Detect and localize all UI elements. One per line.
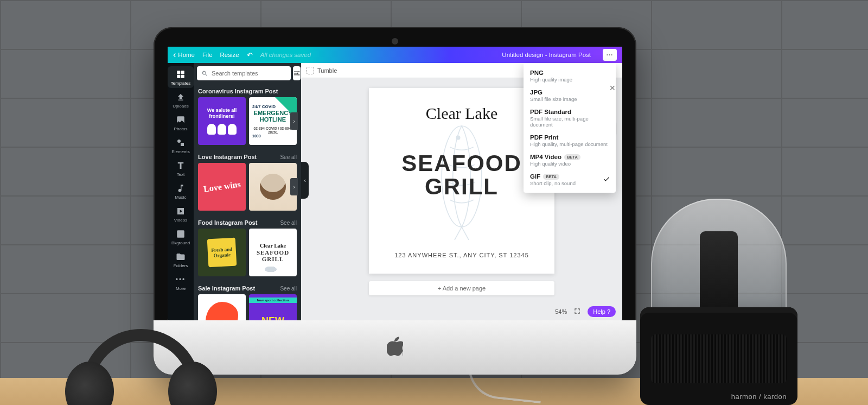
- card-text: Clear Lake: [260, 243, 286, 249]
- section-title: Food Instagram Post: [198, 219, 257, 226]
- dd-name: GIF: [530, 173, 540, 180]
- template-card[interactable]: Clear Lake SEAFOOD GRILL: [249, 229, 297, 276]
- headline-line1: SEAFOOD: [401, 152, 522, 175]
- beta-badge: BETA: [543, 174, 559, 180]
- dd-name: JPG: [530, 89, 542, 96]
- dd-desc: Small file size image: [530, 96, 609, 102]
- rail-templates[interactable]: Templates: [168, 66, 194, 88]
- document-title[interactable]: Untitled design - Instagram Post: [502, 52, 591, 58]
- see-all-link[interactable]: See all: [280, 154, 297, 160]
- template-card[interactable]: Organic: [198, 294, 246, 320]
- app-body: Templates Uploads Photos Elements Text: [168, 63, 622, 320]
- section-love: Love Instagram Post See all Love wins ›: [194, 149, 301, 215]
- see-all-link[interactable]: See all: [280, 220, 297, 226]
- monitor-frame: Home File Resize ↶ All changes saved Unt…: [154, 27, 636, 375]
- templates-scroll[interactable]: Coronavirus Instagram Post We salute all…: [194, 84, 301, 320]
- dd-desc: High quality video: [530, 161, 609, 167]
- artboard-headline[interactable]: SEAFOOD GRILL: [401, 152, 522, 199]
- dropdown-item-pdf-print[interactable]: PDF Print High quality, multi-page docum…: [524, 131, 616, 150]
- sliders-icon: [293, 69, 301, 77]
- card-text: Love wins: [203, 179, 241, 194]
- zoom-value[interactable]: 54%: [555, 308, 567, 315]
- dd-name: PNG: [530, 69, 544, 76]
- see-all-link[interactable]: See all: [280, 286, 297, 292]
- dropdown-item-jpg[interactable]: JPG Small file size image: [524, 86, 616, 105]
- rail-uploads[interactable]: Uploads: [168, 89, 194, 111]
- rail-background[interactable]: Bkground: [168, 226, 194, 248]
- undo-icon[interactable]: ↶: [247, 51, 253, 59]
- section-title: Love Instagram Post: [198, 154, 257, 160]
- svg-rect-1: [181, 71, 184, 74]
- search-input[interactable]: [212, 70, 286, 77]
- apple-logo-icon: [387, 337, 403, 358]
- rail-videos[interactable]: Videos: [168, 203, 194, 225]
- rail-label: Elements: [171, 149, 189, 154]
- folders-icon: [175, 251, 186, 262]
- templates-panel: Coronavirus Instagram Post We salute all…: [194, 63, 301, 320]
- search-input-wrap[interactable]: [197, 66, 291, 80]
- template-card[interactable]: New sport collection NEW: [249, 294, 297, 320]
- dropdown-item-png[interactable]: PNG High quality image: [524, 66, 616, 86]
- text-icon: [175, 160, 186, 171]
- rail-photos[interactable]: Photos: [168, 112, 194, 134]
- template-card[interactable]: Love wins: [198, 163, 246, 211]
- card-text: New sport collection: [249, 298, 297, 303]
- dropdown-item-gif[interactable]: GIF BETA Short clip, no sound: [524, 170, 616, 189]
- tumble-label[interactable]: Tumble: [317, 67, 337, 74]
- collapse-panel-handle[interactable]: ‹: [301, 162, 309, 199]
- section-food: Food Instagram Post See all Fresh and Or…: [194, 215, 301, 281]
- dropdown-item-mp4[interactable]: MP4 Video BETA High quality video: [524, 150, 616, 170]
- rail-elements[interactable]: Elements: [168, 135, 194, 156]
- headphones: [60, 324, 222, 405]
- svg-point-8: [297, 73, 298, 74]
- scroll-right-button[interactable]: ›: [290, 112, 298, 130]
- help-button[interactable]: Help ?: [588, 306, 616, 317]
- svg-rect-0: [177, 71, 180, 74]
- template-card[interactable]: 24/7 COVID EMERGENCY HOTLINE 02-394-COVI…: [249, 97, 297, 145]
- template-card[interactable]: [249, 163, 297, 211]
- dd-desc: High quality image: [530, 77, 609, 83]
- scroll-right-button[interactable]: ›: [290, 178, 298, 195]
- fullscreen-icon[interactable]: [573, 307, 581, 316]
- template-card[interactable]: We salute all frontliners!: [198, 97, 246, 145]
- close-panel-button[interactable]: ✕: [609, 84, 616, 92]
- more-options-button[interactable]: ···: [603, 49, 617, 61]
- file-menu[interactable]: File: [202, 52, 213, 58]
- monitor-bezel: [154, 320, 636, 375]
- rail-more[interactable]: ••• More: [168, 271, 194, 293]
- screen: Home File Resize ↶ All changes saved Unt…: [168, 47, 622, 320]
- fish-icon: [262, 264, 284, 274]
- artboard-address[interactable]: 123 ANYWHERE ST., ANY CITY, ST 12345: [394, 252, 529, 258]
- camera-icon: [392, 38, 398, 45]
- add-page-button[interactable]: + Add a new page: [369, 281, 554, 295]
- rail-folders[interactable]: Folders: [168, 249, 194, 270]
- tumble-icon[interactable]: [307, 67, 314, 74]
- home-button[interactable]: Home: [173, 50, 195, 59]
- templates-icon: [175, 69, 186, 80]
- section-sale: Sale Instagram Post See all Organic New …: [194, 281, 301, 320]
- svg-point-9: [298, 74, 299, 75]
- filter-button[interactable]: [293, 66, 301, 80]
- svg-rect-3: [181, 75, 184, 78]
- template-card[interactable]: Fresh and Organic: [198, 229, 246, 276]
- section-title: Sale Instagram Post: [198, 285, 255, 292]
- svg-rect-6: [177, 230, 184, 238]
- svg-point-7: [298, 71, 299, 72]
- app-topbar: Home File Resize ↶ All changes saved Unt…: [168, 47, 622, 63]
- headline-line2: GRILL: [401, 175, 522, 199]
- resize-menu[interactable]: Resize: [220, 52, 239, 58]
- speaker: harmon / kardon: [640, 199, 797, 405]
- rail-text[interactable]: Text: [168, 157, 194, 179]
- uploads-icon: [175, 92, 186, 103]
- dropdown-item-pdf-standard[interactable]: PDF Standard Small file size, multi-page…: [524, 105, 616, 131]
- artboard-script[interactable]: Clear Lake: [426, 104, 497, 123]
- card-text: 24/7 COVID: [252, 104, 276, 109]
- beta-badge: BETA: [564, 154, 580, 160]
- card-text: SEAFOOD GRILL: [251, 250, 295, 262]
- svg-rect-5: [181, 143, 184, 146]
- rail-music[interactable]: Music: [168, 180, 194, 202]
- person-icon: [207, 124, 216, 135]
- svg-point-4: [177, 140, 181, 143]
- videos-icon: [175, 206, 186, 217]
- rail-label: Bkground: [171, 241, 190, 245]
